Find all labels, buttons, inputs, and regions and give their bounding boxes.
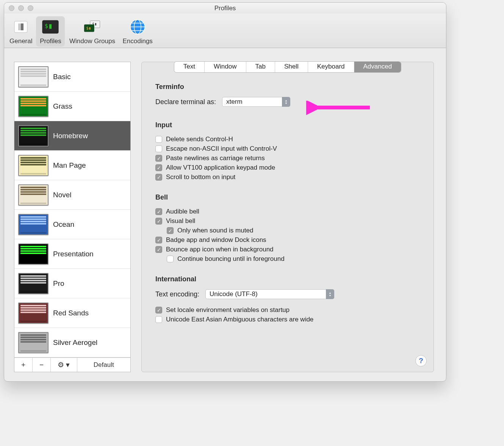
checkbox-label-vt100_keypad: Allow VT100 application keypad mode xyxy=(166,164,275,172)
checkbox-delete_ctrl_h[interactable] xyxy=(155,136,162,143)
profile-item-label: Silver Aerogel xyxy=(53,338,97,347)
svg-rect-1 xyxy=(18,23,21,30)
set-default-button[interactable]: Default xyxy=(77,358,131,372)
toolbar-window-groups[interactable]: $▮ $▮ Window Groups xyxy=(66,16,119,47)
settings-tabs: TextWindowTabShellKeyboardAdvanced xyxy=(174,62,401,72)
profile-thumbnail xyxy=(18,214,49,235)
text-encoding-select[interactable]: Unicode (UTF-8) ▲▼ xyxy=(205,289,334,299)
tab-text[interactable]: Text xyxy=(174,62,205,72)
checkbox-label-scroll_bottom: Scroll to bottom on input xyxy=(166,173,235,181)
add-profile-button[interactable]: + xyxy=(14,358,33,372)
profile-item-label: Homebrew xyxy=(53,132,88,140)
preferences-window: Profiles General $ Profiles xyxy=(4,2,446,382)
profile-item-label: Man Page xyxy=(53,161,86,170)
checkbox-only_muted[interactable] xyxy=(167,227,174,234)
svg-rect-2 xyxy=(21,23,23,30)
svg-text:$▮: $▮ xyxy=(86,26,91,30)
profile-item-pro[interactable]: Pro xyxy=(14,269,130,298)
profile-thumbnail xyxy=(18,96,49,117)
remove-profile-button[interactable]: − xyxy=(33,358,51,372)
checkbox-row-bounce_bg: Bounce app icon when in background xyxy=(155,246,420,253)
tab-tab[interactable]: Tab xyxy=(246,62,275,72)
checkbox-continue_bounce[interactable] xyxy=(167,256,174,262)
profiles-list[interactable]: BasicGrassHomebrewMan PageNovelOceanPres… xyxy=(14,62,131,358)
profile-thumbnail xyxy=(18,243,49,265)
checkbox-row-continue_bounce: Continue bouncing until in foreground xyxy=(167,255,420,263)
svg-text:$: $ xyxy=(45,23,48,30)
profile-item-silver-aerogel[interactable]: Silver Aerogel xyxy=(14,328,130,357)
section-input-title: Input xyxy=(155,121,420,129)
declare-terminal-label: Declare terminal as: xyxy=(155,98,216,106)
profile-item-red-sands[interactable]: Red Sands xyxy=(14,298,130,328)
checkbox-label-audible: Audible bell xyxy=(166,208,199,215)
preferences-toolbar: General $ Profiles $▮ $▮ Windo xyxy=(4,14,446,48)
checkbox-audible[interactable] xyxy=(155,208,162,215)
tab-shell[interactable]: Shell xyxy=(275,62,308,72)
toolbar-encodings-label: Encodings xyxy=(122,37,152,45)
section-international-title: International xyxy=(155,275,420,283)
checkbox-label-ea_wide: Unicode East Asian Ambiguous characters … xyxy=(166,316,313,323)
updown-icon: ▲▼ xyxy=(326,289,334,299)
declare-terminal-value: xterm xyxy=(222,97,290,107)
profile-item-homebrew[interactable]: Homebrew xyxy=(14,121,130,151)
profile-item-label: Basic xyxy=(53,73,70,81)
checkbox-row-vt100_keypad: Allow VT100 application keypad mode xyxy=(155,164,420,172)
profile-item-presentation[interactable]: Presentation xyxy=(14,239,130,269)
titlebar: Profiles xyxy=(4,3,446,14)
toolbar-general[interactable]: General xyxy=(6,16,35,47)
profile-thumbnail xyxy=(18,332,49,353)
checkbox-label-only_muted: Only when sound is muted xyxy=(177,227,253,234)
checkbox-label-delete_ctrl_h: Delete sends Control-H xyxy=(166,136,233,143)
help-button[interactable]: ? xyxy=(415,355,427,366)
tab-keyboard[interactable]: Keyboard xyxy=(308,62,354,72)
toolbar-window-groups-label: Window Groups xyxy=(69,37,115,45)
checkbox-row-scroll_bottom: Scroll to bottom on input xyxy=(155,173,420,181)
checkbox-paste_cr[interactable] xyxy=(155,155,162,162)
checkbox-row-ea_wide: Unicode East Asian Ambiguous characters … xyxy=(155,316,420,323)
svg-rect-5 xyxy=(49,24,52,29)
checkbox-set_locale[interactable] xyxy=(155,307,162,313)
profile-item-ocean[interactable]: Ocean xyxy=(14,210,130,239)
toolbar-encodings[interactable]: Encodings xyxy=(119,16,155,47)
checkbox-row-badge_dock: Badge app and window Dock icons xyxy=(155,236,420,244)
profile-item-basic[interactable]: Basic xyxy=(14,62,130,92)
profile-thumbnail xyxy=(18,184,49,206)
profile-settings-pane: TextWindowTabShellKeyboardAdvanced Termi… xyxy=(141,62,434,372)
section-bell-title: Bell xyxy=(155,193,420,201)
profile-item-label: Pro xyxy=(53,279,64,288)
updown-icon: ▲▼ xyxy=(282,97,290,107)
profile-item-man-page[interactable]: Man Page xyxy=(14,151,130,180)
checkbox-escape_nonascii[interactable] xyxy=(155,145,162,152)
profile-thumbnail xyxy=(18,125,49,147)
input-checkboxes: Delete sends Control-HEscape non-ASCII i… xyxy=(155,134,420,183)
profiles-sidebar: BasicGrassHomebrewMan PageNovelOceanPres… xyxy=(14,62,131,372)
toolbar-profiles[interactable]: $ Profiles xyxy=(36,16,65,47)
checkbox-badge_dock[interactable] xyxy=(155,237,162,243)
globe-icon xyxy=(128,18,147,36)
profile-item-grass[interactable]: Grass xyxy=(14,92,130,121)
checkbox-ea_wide[interactable] xyxy=(155,316,162,323)
checkbox-vt100_keypad[interactable] xyxy=(155,164,162,171)
checkbox-row-visual: Visual bell xyxy=(155,217,420,225)
checkbox-label-paste_cr: Paste newlines as carriage returns xyxy=(166,154,265,162)
checkbox-row-delete_ctrl_h: Delete sends Control-H xyxy=(155,136,420,143)
checkbox-row-only_muted: Only when sound is muted xyxy=(167,227,420,234)
tab-advanced[interactable]: Advanced xyxy=(354,62,401,72)
profile-thumbnail xyxy=(18,66,49,87)
window-groups-icon: $▮ $▮ xyxy=(83,18,101,36)
checkbox-bounce_bg[interactable] xyxy=(155,246,162,253)
section-terminfo-title: Terminfo xyxy=(155,83,420,91)
toolbar-profiles-label: Profiles xyxy=(40,37,61,45)
checkbox-visual[interactable] xyxy=(155,218,162,225)
checkbox-row-paste_cr: Paste newlines as carriage returns xyxy=(155,154,420,162)
checkbox-label-visual: Visual bell xyxy=(166,217,195,225)
declare-terminal-select[interactable]: xterm ▲▼ xyxy=(222,97,290,107)
international-checkboxes: Set locale environment variables on star… xyxy=(155,304,420,325)
tab-window[interactable]: Window xyxy=(205,62,246,72)
profile-item-label: Presentation xyxy=(53,250,94,258)
profile-thumbnail xyxy=(18,303,49,324)
checkbox-label-escape_nonascii: Escape non-ASCII input with Control-V xyxy=(166,145,277,153)
checkbox-scroll_bottom[interactable] xyxy=(155,174,162,181)
profile-item-novel[interactable]: Novel xyxy=(14,180,130,210)
profile-actions-menu[interactable]: ⚙︎ ▾ xyxy=(51,358,77,372)
